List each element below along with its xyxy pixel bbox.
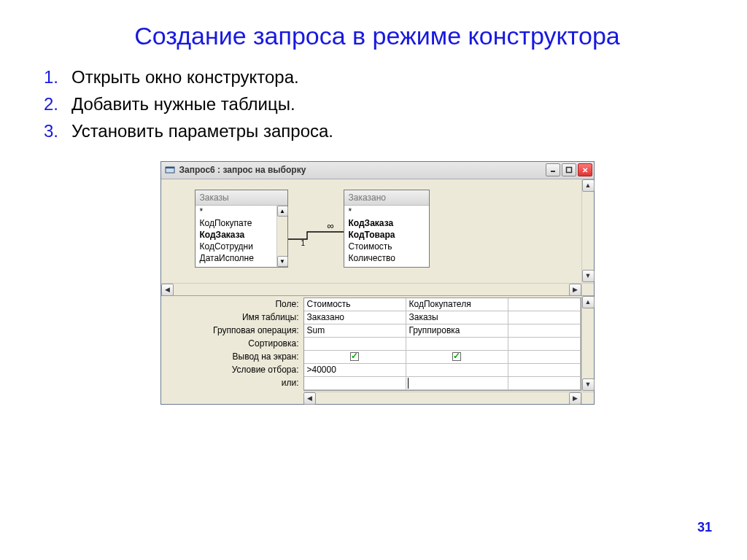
grid-cell-show[interactable] [304, 351, 406, 364]
grid-cell-empty[interactable] [508, 311, 581, 324]
grid-cell-field[interactable]: КодПокупателя [406, 298, 508, 311]
field-item[interactable]: Стоимость [344, 241, 429, 252]
slide-title: Создание запроса в режиме конструктора [44, 22, 711, 50]
field-item[interactable]: КодПокупате [196, 217, 287, 229]
grid-cell-sort[interactable] [406, 338, 508, 351]
scroll-up-icon[interactable]: ▲ [582, 179, 595, 192]
grid-cell-or[interactable] [304, 377, 406, 390]
access-window: Запрос6 : запрос на выборку ✕ Заказы * К… [160, 161, 595, 405]
grid-hscrollbar[interactable]: ◀ ▶ [303, 392, 581, 404]
field-item[interactable]: КодЗаказа [344, 217, 429, 229]
grid-cell-field[interactable]: Стоимость [304, 298, 406, 311]
close-button[interactable]: ✕ [578, 163, 592, 176]
scroll-up-icon[interactable]: ▲ [582, 296, 595, 308]
grid-cell-empty[interactable] [508, 338, 581, 351]
checkbox-icon[interactable] [452, 352, 461, 361]
scroll-left-icon[interactable]: ◀ [161, 284, 174, 296]
relation-right-cardinality: ∞ [328, 220, 334, 231]
grid-cell-groupop[interactable]: Sum [304, 324, 406, 338]
scroll-down-icon[interactable]: ▼ [582, 270, 595, 282]
pane-hscrollbar[interactable]: ◀ ▶ [161, 283, 581, 295]
grid-cell-sort[interactable] [304, 338, 406, 351]
field-item[interactable]: КодЗаказа [196, 229, 287, 241]
field-item[interactable]: * [344, 206, 429, 217]
scroll-down-icon[interactable]: ▼ [582, 378, 595, 391]
grid-cell-show[interactable] [406, 351, 508, 364]
grid-cell-empty[interactable] [508, 377, 581, 390]
grid-cell-or[interactable] [406, 377, 508, 390]
pane-vscrollbar[interactable]: ▲ ▼ [581, 179, 594, 282]
svg-rect-3 [566, 168, 571, 173]
field-scrollbar[interactable]: ▲ ▼ [276, 206, 287, 267]
row-label: Поле: [161, 298, 303, 311]
field-item[interactable]: ДатаИсполне [196, 252, 287, 264]
grid-vscrollbar[interactable]: ▲ ▼ [581, 296, 594, 391]
step-item: 1.Открыть окно конструктора. [44, 63, 711, 90]
field-item[interactable]: Количество [344, 252, 429, 264]
scroll-down-icon[interactable]: ▼ [277, 256, 288, 267]
relationship-line [287, 223, 345, 252]
grid-cell-table[interactable]: Заказы [406, 311, 508, 324]
step-item: 3.Установить параметры запроса. [44, 117, 711, 144]
row-label: Условие отбора: [161, 363, 303, 376]
field-item[interactable]: КодТовара [344, 229, 429, 241]
table-header: Заказано [344, 190, 429, 206]
grid-cell-empty[interactable] [508, 298, 581, 311]
row-label: Групповая операция: [161, 324, 303, 337]
grid-cell-empty[interactable] [508, 364, 581, 377]
qbe-grid[interactable]: Стоимость КодПокупателя Заказано Заказы … [303, 298, 581, 391]
grid-cell-table[interactable]: Заказано [304, 311, 406, 324]
app-icon [164, 164, 176, 176]
relation-left-cardinality: 1 [301, 239, 306, 247]
grid-cell-empty[interactable] [508, 324, 581, 338]
scroll-right-icon[interactable]: ▶ [569, 392, 581, 405]
row-labels-column: Поле: Имя таблицы: Групповая операция: С… [161, 296, 303, 404]
checkbox-icon[interactable] [350, 352, 359, 361]
design-grid-pane: Поле: Имя таблицы: Групповая операция: С… [161, 296, 594, 404]
grid-cell-criteria[interactable] [406, 364, 508, 377]
window-title: Запрос6 : запрос на выборку [179, 165, 546, 175]
window-titlebar[interactable]: Запрос6 : запрос на выборку ✕ [161, 162, 594, 179]
maximize-button[interactable] [562, 163, 576, 176]
scroll-corner [581, 392, 594, 404]
row-label: Имя таблицы: [161, 311, 303, 324]
table-box-zakazy[interactable]: Заказы * КодПокупате КодЗаказа КодСотруд… [195, 190, 288, 268]
row-label: Сортировка: [161, 337, 303, 350]
scroll-right-icon[interactable]: ▶ [569, 284, 581, 296]
minimize-button[interactable] [546, 163, 560, 176]
grid-cell-groupop[interactable]: Группировка [406, 324, 508, 338]
grid-cell-criteria[interactable]: >40000 [304, 364, 406, 377]
svg-rect-1 [166, 167, 174, 168]
grid-cell-empty[interactable] [508, 351, 581, 364]
scroll-corner [581, 283, 594, 295]
field-item[interactable]: КодСотрудни [196, 241, 287, 252]
row-label: Вывод на экран: [161, 350, 303, 363]
row-label: или: [161, 376, 303, 389]
steps-list: 1.Открыть окно конструктора. 2.Добавить … [44, 63, 711, 145]
page-number: 31 [697, 520, 712, 535]
field-item[interactable]: * [196, 206, 287, 217]
relationships-pane[interactable]: Заказы * КодПокупате КодЗаказа КодСотруд… [161, 179, 594, 296]
step-item: 2.Добавить нужные таблицы. [44, 90, 711, 117]
table-header: Заказы [196, 190, 287, 206]
table-box-zakazano[interactable]: Заказано * КодЗаказа КодТовара Стоимость… [344, 190, 430, 268]
scroll-up-icon[interactable]: ▲ [277, 206, 288, 217]
scroll-left-icon[interactable]: ◀ [303, 392, 316, 405]
